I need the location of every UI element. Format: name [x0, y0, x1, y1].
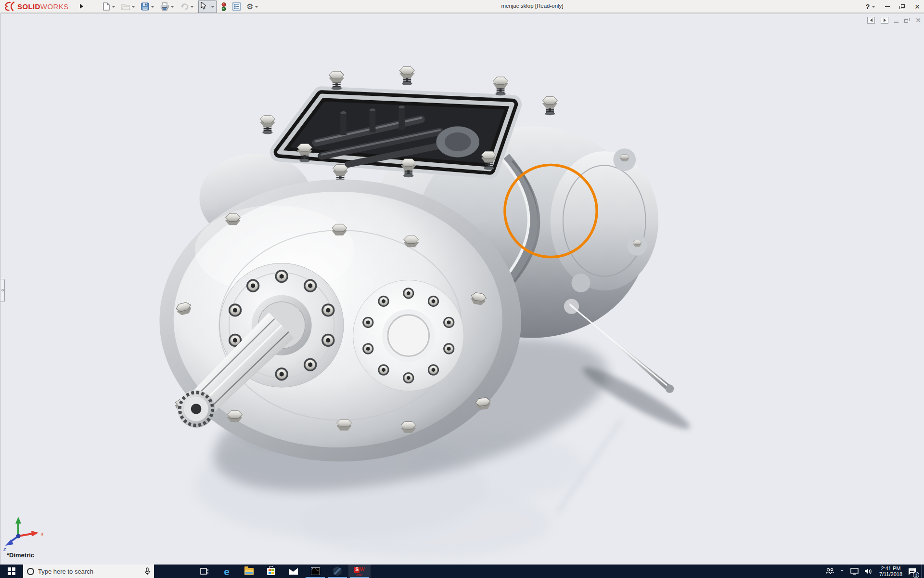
standard-toolbar: ⚙: [101, 0, 260, 13]
doc-restore-button[interactable]: [904, 18, 910, 23]
save-icon: [141, 2, 149, 11]
task-view-icon: [200, 567, 209, 575]
list-icon: [232, 2, 241, 11]
brand-works: WORKS: [40, 2, 69, 11]
action-center-button[interactable]: 3: [906, 565, 921, 578]
minimize-button[interactable]: [885, 6, 890, 7]
graphics-area[interactable]: ✕ x z *Dimetric: [0, 13, 924, 565]
y-axis-arrow-icon: [15, 517, 21, 524]
taskbar-app-hexagon[interactable]: [326, 565, 348, 578]
taskbar-app-file-explorer[interactable]: [238, 565, 260, 578]
start-button[interactable]: [0, 565, 23, 578]
volume-button[interactable]: [861, 565, 875, 578]
display-list-button[interactable]: [231, 1, 242, 12]
select-tool[interactable]: [198, 0, 217, 13]
toolbar-flyout-button[interactable]: [77, 1, 86, 12]
network-button[interactable]: [847, 565, 861, 578]
undo-icon: [180, 3, 189, 10]
rebuild-button[interactable]: [219, 1, 228, 12]
command-prompt-icon: C:\_: [311, 567, 320, 575]
cortana-icon: [27, 568, 34, 575]
undo-dropdown[interactable]: [190, 6, 194, 8]
open-icon: [121, 3, 130, 10]
options-button[interactable]: ⚙: [245, 2, 260, 12]
taskbar-search[interactable]: Type here to search: [23, 565, 154, 578]
taskbar-app-solidworks[interactable]: S W 2017: [348, 565, 371, 578]
taskbar-app-store[interactable]: [260, 565, 282, 578]
flyout-arrow-icon: [80, 4, 83, 9]
microphone-icon[interactable]: [144, 567, 150, 576]
arrow-right-icon: [884, 18, 886, 22]
window-controls: ? ✕: [866, 0, 920, 13]
gear-icon: ⚙: [246, 3, 253, 11]
doc-close-button[interactable]: ✕: [915, 17, 921, 24]
titlebar: SOLIDWORKS: [0, 0, 924, 13]
new-document-dropdown[interactable]: [112, 6, 116, 8]
system-tray: ⌃ 2:41 PM 7/11/2018 3: [822, 565, 924, 578]
solidworks-logo-icon: [4, 1, 15, 12]
bearing-cover-flange: [353, 280, 464, 391]
options-dropdown[interactable]: [255, 6, 258, 8]
new-document-icon: [103, 2, 110, 11]
next-document-button[interactable]: [881, 17, 888, 24]
open-button[interactable]: [120, 2, 137, 11]
solidworks-2017-icon: S W 2017: [354, 567, 364, 576]
select-cursor-icon: [201, 2, 207, 10]
taskbar-clock[interactable]: 2:41 PM 7/11/2018: [875, 565, 906, 577]
tray-time: 2:41 PM: [879, 565, 902, 571]
help-button[interactable]: ?: [866, 3, 876, 11]
file-explorer-icon: [244, 568, 254, 575]
edge-icon: e: [224, 566, 230, 577]
save-button[interactable]: [140, 1, 156, 12]
taskbar-app-command-prompt[interactable]: C:\_: [304, 565, 326, 578]
panel-dot-icon: [1, 289, 4, 291]
store-icon: [267, 568, 275, 575]
show-desktop-button[interactable]: [921, 565, 924, 578]
save-dropdown[interactable]: [151, 6, 154, 8]
help-dropdown[interactable]: [872, 6, 875, 8]
taskbar: Type here to search e: [0, 565, 924, 578]
brand-solid: SOLID: [17, 2, 40, 11]
select-dropdown[interactable]: [209, 4, 216, 9]
print-icon: [160, 2, 169, 11]
close-button[interactable]: ✕: [914, 3, 920, 11]
document-title: menjac sklop [Read-only]: [501, 3, 563, 9]
search-placeholder[interactable]: Type here to search: [38, 568, 141, 575]
task-view-button[interactable]: [193, 565, 216, 578]
arrow-left-icon: [870, 18, 873, 22]
z-axis-label: z: [3, 546, 6, 552]
tray-overflow-button[interactable]: ⌃: [837, 565, 847, 578]
gearbox-model[interactable]: [0, 14, 924, 565]
people-button[interactable]: [822, 565, 837, 578]
hexagon-app-icon: [333, 566, 342, 576]
windows-logo-icon: [8, 567, 15, 575]
help-icon: ?: [866, 3, 870, 11]
mail-icon: [289, 568, 298, 575]
taskbar-apps: e C:\_ S W 201: [193, 565, 371, 578]
view-orientation-label: *Dimetric: [7, 552, 34, 559]
print-dropdown[interactable]: [170, 6, 174, 8]
taskbar-app-mail[interactable]: [282, 565, 304, 578]
doc-minimize-button[interactable]: [894, 22, 898, 23]
document-window-controls: ✕: [867, 17, 921, 24]
people-icon: [825, 568, 834, 575]
top-cover: [279, 96, 512, 169]
feature-panel-tab[interactable]: [0, 279, 5, 302]
x-axis-label: x: [40, 531, 44, 537]
undo-button[interactable]: [179, 2, 195, 11]
restore-button[interactable]: [899, 4, 905, 9]
chevron-up-icon: ⌃: [840, 569, 845, 576]
network-icon: [850, 568, 859, 575]
tray-date: 7/11/2018: [879, 571, 902, 577]
volume-icon: [864, 568, 873, 575]
previous-document-button[interactable]: [867, 17, 875, 24]
print-button[interactable]: [159, 1, 176, 12]
new-document-button[interactable]: [101, 1, 117, 12]
open-dropdown[interactable]: [131, 6, 135, 8]
x-axis-arrow-icon: [31, 531, 38, 537]
notification-badge: 3: [913, 572, 919, 578]
solidworks-logo: SOLIDWORKS: [4, 1, 69, 12]
traffic-light-icon: [221, 2, 227, 11]
taskbar-app-edge[interactable]: e: [216, 565, 238, 578]
